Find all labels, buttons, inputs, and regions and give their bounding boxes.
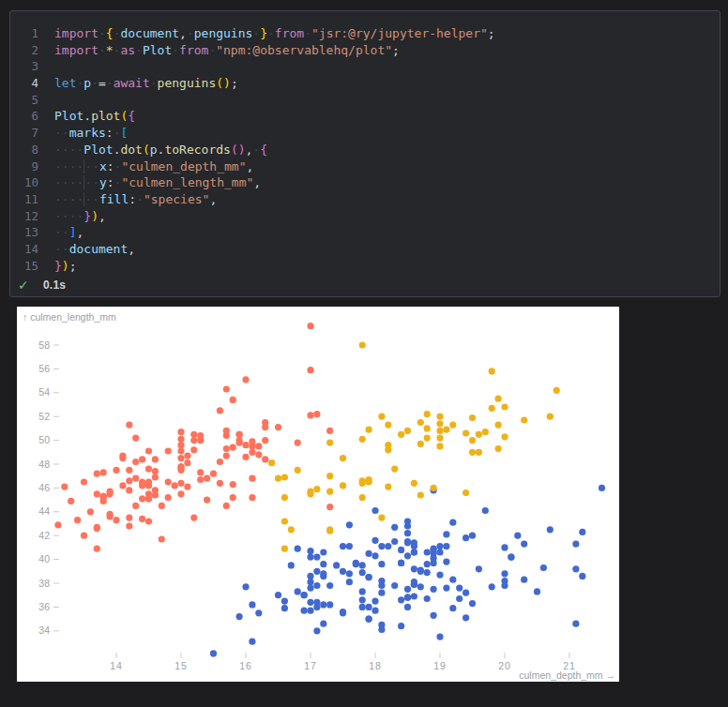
data-point-chinstrap: [281, 518, 288, 524]
data-point-adelie: [295, 588, 301, 594]
data-point-chinstrap: [398, 431, 404, 438]
data-point-chinstrap: [313, 486, 320, 492]
data-point-adelie: [372, 608, 378, 614]
data-point-adelie: [443, 543, 449, 549]
code-line[interactable]: 8····Plot.dot(p.toRecords(),·{: [10, 142, 720, 158]
line-number: 13: [10, 224, 38, 241]
code-token: y: [99, 175, 107, 189]
code-token: (: [216, 76, 223, 90]
code-token: ·: [304, 26, 311, 40]
data-point-adelie: [340, 543, 346, 549]
code-token: ····: [54, 143, 83, 157]
data-point-gentoo: [139, 482, 145, 489]
data-point-gentoo: [197, 469, 204, 475]
code-token: await: [114, 76, 150, 90]
line-number: 7: [10, 125, 38, 142]
data-point-gentoo: [190, 515, 197, 521]
code-token: ;: [392, 43, 400, 57]
data-point-adelie: [436, 543, 443, 549]
y-tick-label: 44: [38, 505, 50, 517]
code-token: ····: [54, 192, 83, 206]
data-point-adelie: [449, 577, 456, 583]
data-point-chinstrap: [359, 480, 366, 487]
y-axis-label: ↑ culmen_length_mm: [23, 311, 116, 323]
data-point-gentoo: [307, 367, 313, 373]
data-point-adelie: [572, 541, 579, 548]
data-point-gentoo: [177, 436, 184, 443]
data-point-chinstrap: [417, 419, 424, 426]
data-point-gentoo: [126, 422, 132, 429]
code-token: "culmen_length_mm": [121, 175, 253, 189]
data-point-gentoo: [132, 503, 139, 509]
code-token: ,: [76, 225, 83, 239]
code-line[interactable]: 6Plot.plot({: [10, 108, 720, 125]
code-line[interactable]: 15});: [10, 258, 720, 275]
code-token: let: [54, 76, 76, 90]
code-line[interactable]: 14··document,: [10, 241, 720, 258]
data-point-adelie: [301, 608, 308, 614]
code-line[interactable]: 3: [10, 58, 720, 75]
data-point-adelie: [359, 588, 366, 594]
data-point-gentoo: [159, 503, 165, 509]
data-point-adelie: [359, 604, 366, 610]
data-point-chinstrap: [501, 433, 508, 440]
data-point-gentoo: [132, 475, 139, 482]
code-line[interactable]: 9······x:·"culmen_depth_mm",: [10, 158, 720, 175]
data-point-gentoo: [139, 516, 145, 522]
code-token: ··: [54, 242, 69, 256]
data-point-gentoo: [132, 435, 139, 442]
data-point-chinstrap: [326, 526, 333, 533]
data-point-adelie: [313, 582, 320, 589]
data-point-adelie: [404, 586, 411, 593]
data-point-adelie: [346, 521, 353, 528]
data-point-chinstrap: [275, 475, 281, 482]
code-line[interactable]: 1import·{·document,·penguins·}·from·"jsr…: [10, 25, 720, 42]
data-point-adelie: [249, 639, 255, 645]
data-point-chinstrap: [463, 429, 469, 436]
data-point-adelie: [333, 562, 340, 568]
code-line[interactable]: 7··marks:·[: [10, 125, 720, 142]
data-point-gentoo: [177, 455, 184, 461]
data-point-adelie: [378, 543, 385, 549]
data-point-adelie: [436, 634, 443, 640]
code-token: :: [106, 126, 114, 140]
code-token: ·: [252, 26, 260, 40]
data-point-gentoo: [145, 447, 152, 454]
code-line[interactable]: 11······fill:·"species",: [10, 191, 720, 208]
data-point-adelie: [398, 560, 404, 566]
code-line[interactable]: 10······y:·"culmen_length_mm",: [10, 174, 720, 191]
data-point-gentoo: [249, 449, 255, 456]
data-point-gentoo: [295, 440, 301, 446]
data-point-adelie: [411, 549, 417, 555]
y-tick-label: 52: [38, 411, 50, 422]
code-token: ,: [253, 175, 261, 189]
code-token: [: [120, 126, 128, 140]
code-line[interactable]: 2import·*·as·Plot·from·"npm:@observableh…: [10, 42, 720, 59]
data-point-gentoo: [177, 429, 184, 435]
data-point-adelie: [359, 596, 366, 603]
code-cell-editor[interactable]: 1import·{·document,·penguins·}·from·"jsr…: [9, 10, 720, 297]
code-line[interactable]: 4let·p·=·await·penguins();: [10, 75, 720, 92]
code-line[interactable]: 13··],: [10, 224, 720, 241]
code-line[interactable]: 12····}),: [10, 208, 720, 225]
code-token: ·: [99, 26, 106, 40]
code-token: :: [129, 192, 136, 206]
code-token: ·: [106, 76, 114, 90]
line-number: 2: [10, 42, 38, 59]
data-point-adelie: [404, 538, 411, 545]
code-token: from: [179, 43, 208, 57]
code-line[interactable]: 5: [10, 92, 720, 109]
data-point-gentoo: [249, 494, 255, 501]
data-point-adelie: [346, 570, 353, 577]
data-point-gentoo: [132, 459, 139, 465]
data-point-adelie: [424, 561, 431, 567]
data-point-adelie: [456, 595, 463, 602]
line-number: 8: [10, 142, 38, 158]
data-point-adelie: [281, 598, 288, 605]
x-tick-label: 18: [369, 660, 382, 671]
data-point-gentoo: [126, 487, 132, 493]
data-point-adelie: [463, 534, 469, 541]
data-point-adelie: [436, 549, 443, 555]
code-token: {: [128, 109, 135, 123]
data-point-adelie: [449, 519, 456, 526]
